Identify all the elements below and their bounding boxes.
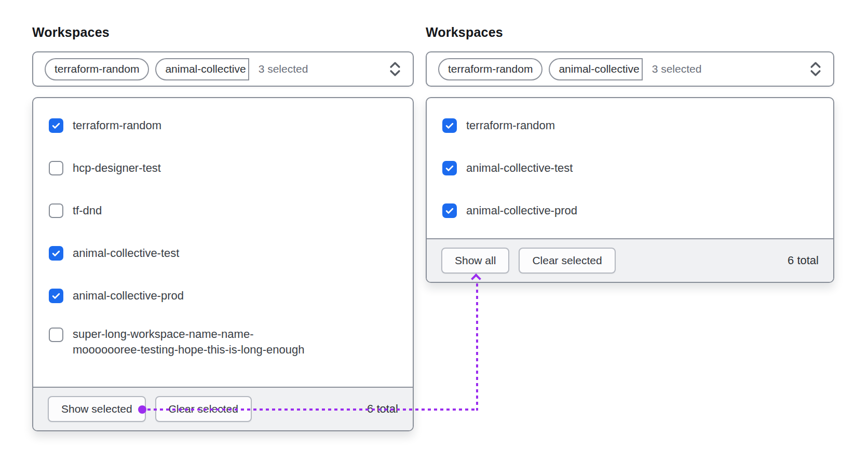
workspaces-multiselect-left: Workspaces terraform-random animal-colle… [32,25,414,431]
checkbox[interactable] [442,118,457,133]
workspace-option[interactable]: tf-dnd [33,189,413,232]
option-label: terraform-random [466,118,555,133]
workspace-option[interactable]: terraform-random [33,104,413,147]
check-icon [51,120,61,131]
clear-selected-button[interactable]: Clear selected [155,396,252,422]
option-label: animal-collective-test [466,160,573,176]
option-label: terraform-random [73,118,161,133]
option-label: animal-collective-prod [466,203,577,219]
check-icon [444,206,455,216]
total-count-text: 6 total [367,402,398,416]
options-list: terraform-random animal-collective-test … [427,98,833,238]
workspaces-multiselect-right: Workspaces terraform-random animal-colle… [426,25,834,283]
workspace-option[interactable]: super-long-workspace-name-name- moooooor… [33,317,413,380]
annotation-vertical-dotted-line [476,283,478,411]
checkbox[interactable] [49,246,63,261]
workspace-option[interactable]: terraform-random [427,104,833,147]
check-icon [51,291,61,301]
multiselect-trigger[interactable]: terraform-random animal-collective 3 sel… [32,51,414,87]
checkbox[interactable] [49,118,63,133]
checkbox[interactable] [49,289,63,303]
total-count-text: 6 total [788,254,819,267]
checkbox[interactable] [49,161,63,175]
field-label: Workspaces [32,25,414,40]
chevron-up-down-icon [808,60,823,78]
listbox-footer: Show selected Clear selected 6 total [33,387,413,430]
dropdown-listbox: terraform-random hcp-designer-test tf-dn… [32,97,414,431]
multiselect-trigger[interactable]: terraform-random animal-collective 3 sel… [426,51,834,87]
selected-tag-truncated: animal-collective [155,58,249,80]
checkbox[interactable] [442,161,457,175]
option-label: animal-collective-test [73,246,179,261]
listbox-footer: Show all Clear selected 6 total [427,238,833,282]
checkbox[interactable] [49,328,63,342]
option-label: animal-collective-prod [73,288,184,304]
workspace-option[interactable]: animal-collective-prod [427,189,833,232]
workspace-option[interactable]: animal-collective-test [427,147,833,189]
selected-tag: terraform-random [45,58,149,80]
show-all-button[interactable]: Show all [441,248,509,274]
check-icon [444,163,455,173]
workspace-option[interactable]: animal-collective-test [33,232,413,275]
dropdown-listbox: terraform-random animal-collective-test … [426,97,834,283]
option-label-line-1: super-long-workspace-name-name- [73,326,304,342]
checkbox[interactable] [49,203,63,218]
selected-count-text: 3 selected [652,63,702,75]
selected-tag: terraform-random [438,58,542,80]
checkbox[interactable] [442,203,457,218]
chevron-up-down-icon [388,60,402,78]
workspace-option[interactable]: hcp-designer-test [33,147,413,189]
selected-tag-truncated: animal-collective [549,58,642,80]
selected-count-text: 3 selected [259,63,308,75]
check-icon [51,248,61,258]
option-label: tf-dnd [73,203,102,219]
workspace-option[interactable]: animal-collective-prod [33,275,413,317]
clear-selected-button[interactable]: Clear selected [519,248,615,274]
options-list: terraform-random hcp-designer-test tf-dn… [33,98,413,387]
show-selected-button[interactable]: Show selected [48,396,146,422]
option-label-line-2: mooooooree-testing-hope-this-is-long-eno… [73,342,304,358]
option-label: super-long-workspace-name-name- moooooor… [73,326,304,358]
check-icon [444,120,455,131]
option-label: hcp-designer-test [73,160,161,176]
field-label: Workspaces [426,25,834,40]
